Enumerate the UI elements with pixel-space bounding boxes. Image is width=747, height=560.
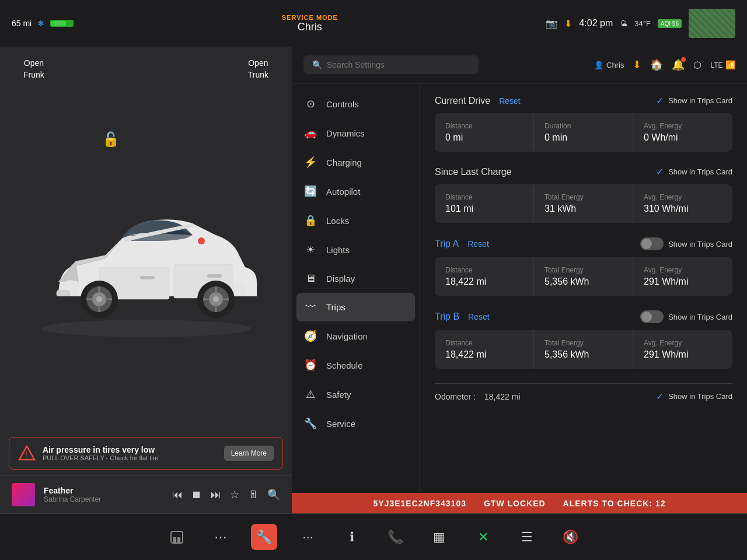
weather-icon: 🌤 [620,19,627,28]
sidebar-item-display[interactable]: 🖥 Display [292,264,420,293]
current-drive-energy-value: 0 Wh/mi [644,132,722,143]
user-icon: 👤 [594,61,603,69]
bluetooth-icon-wrapper[interactable]: ⬡ [693,60,701,71]
more-button[interactable]: ⋯ [207,524,233,550]
svg-point-12 [213,296,219,302]
sidebar-item-lights[interactable]: ☀ Lights [292,235,420,264]
current-drive-reset-button[interactable]: Reset [499,96,521,106]
right-panel: 🔍 👤 Chris ⬇ 🏠 🔔 ⬡ LTE 📶 [292,47,747,513]
trip-a-distance-label: Distance [445,266,523,274]
trip-b-show-trips: Show in Trips Card [640,310,732,323]
dots-button[interactable]: ··· [295,524,321,550]
current-drive-distance-value: 0 mi [445,132,523,143]
sidebar-item-autopilot[interactable]: 🔄 Autopilot [292,177,420,206]
trip-a-reset-button[interactable]: Reset [467,239,489,249]
notification-dot [681,57,686,62]
current-drive-distance-label: Distance [445,122,523,130]
sidebar-item-navigation[interactable]: 🧭 Navigation [292,321,420,351]
trips-content: Current Drive Reset ✓ Show in Trips Card… [420,83,747,513]
sidebar-item-locks[interactable]: 🔒 Locks [292,206,420,235]
left-panel: Open Frunk 🔓 Open Trunk [0,47,292,513]
search-box[interactable]: 🔍 [303,55,479,74]
menu-button[interactable]: ☰ [514,524,540,550]
music-info: Feather Sabrina Carpenter [44,486,163,503]
current-drive-header: Current Drive Reset ✓ Show in Trips Card [435,95,732,106]
trips-icon: 〰 [303,301,317,313]
top-bar-right: 📷 ⬇ 4:02 pm 🌤 34°F AQI 56 [546,9,735,38]
trip-b-show-label: Show in Trips Card [668,313,732,321]
equalizer-button[interactable]: 🎚 [248,489,259,501]
trip-b-reset-button[interactable]: Reset [468,312,490,321]
dynamics-icon: 🚗 [303,127,317,139]
trip-a-toggle[interactable] [640,237,664,250]
trip-a-avg-energy-cell: Avg. Energy 291 Wh/mi [633,257,732,296]
sidebar-item-dynamics[interactable]: 🚗 Dynamics [292,118,420,148]
info-button[interactable]: ℹ [338,524,365,550]
trip-a-energy-cell: Total Energy 5,356 kWh [534,257,633,296]
controls-icon: ⊙ [303,97,317,110]
sidebar-item-safety[interactable]: ⚠ Safety [292,380,420,409]
current-drive-duration-value: 0 min [544,132,622,143]
signal-bars-icon: 📶 [725,60,735,69]
sidebar-item-trips[interactable]: 〰 Trips [296,293,415,321]
close-button[interactable]: ✕ [470,524,496,550]
trip-a-grid: Distance 18,422 mi Total Energy 5,356 kW… [435,257,732,296]
sidebar-item-charging[interactable]: ⚡ Charging [292,148,420,177]
trip-b-distance-value: 18,422 mi [445,349,523,360]
checkmark-icon: ✓ [656,95,664,106]
stop-button[interactable]: ⏹ [191,489,202,501]
open-frunk-button[interactable]: Open Frunk [23,58,44,79]
trunk-label2: Trunk [248,70,268,79]
user-profile[interactable]: 👤 Chris [594,61,624,69]
settings-header: 🔍 👤 Chris ⬇ 🏠 🔔 ⬡ LTE 📶 [292,47,747,83]
svg-rect-26 [177,537,180,543]
settings-content: ⊙ Controls 🚗 Dynamics ⚡ Charging 🔄 Autop… [292,83,747,513]
home-icon-wrapper[interactable]: 🏠 [650,58,663,71]
frunk-label2: Frunk [23,70,44,79]
show-trips-label: Show in Trips Card [668,96,732,105]
service-icon: 🔧 [303,417,317,430]
top-bar-left: 65 mi ❄ [12,19,74,28]
search-input[interactable] [327,60,470,69]
grid-button[interactable]: ▦ [426,524,452,550]
phone-button[interactable]: 📞 [382,524,409,550]
service-label: Service [326,419,355,429]
prev-track-button[interactable]: ⏮ [172,489,183,501]
slc-distance-value: 101 mi [445,204,523,214]
trip-b-avg-energy-value: 291 Wh/mi [644,349,722,360]
dynamics-label: Dynamics [326,128,365,138]
notification-icon-wrapper[interactable]: 🔔 [672,58,685,71]
next-track-button[interactable]: ⏭ [211,489,221,501]
odometer-value: 18,422 mi [484,392,520,401]
download-icon-wrapper[interactable]: ⬇ [633,58,641,71]
music-controls[interactable]: ⏮ ⏹ ⏭ ☆ 🎚 🔍 [172,488,280,501]
home-icon: 🏠 [650,59,663,71]
top-bar-center: SERVICE MODE Chris [74,14,546,33]
music-player: Feather Sabrina Carpenter ⏮ ⏹ ⏭ ☆ 🎚 🔍 [0,475,292,513]
time-display: 4:02 pm [579,18,613,29]
tool-button[interactable]: 🔧 [251,524,277,550]
mute-button[interactable]: 🔇 [557,524,584,550]
top-status-bar: 65 mi ❄ SERVICE MODE Chris 📷 ⬇ 4:02 pm 🌤… [0,0,747,47]
open-trunk-button[interactable]: Open Trunk [248,58,268,79]
sidebar-item-service[interactable]: 🔧 Service [292,409,420,438]
schedule-icon: ⏰ [303,359,317,372]
favorite-button[interactable]: ☆ [230,488,239,501]
current-drive-distance-cell: Distance 0 mi [435,113,534,152]
sidebar-item-schedule[interactable]: ⏰ Schedule [292,351,420,380]
home-bottom-button[interactable] [163,524,190,550]
trip-b-toggle[interactable] [640,310,664,323]
trip-b-distance-cell: Distance 18,422 mi [435,330,534,369]
trips-label: Trips [326,302,345,312]
odometer-row: Odometer : 18,422 mi ✓ Show in Trips Car… [435,383,732,409]
learn-more-button[interactable]: Learn More [224,446,274,461]
checkmark-icon2: ✓ [656,166,664,177]
trip-b-avg-energy-cell: Avg. Energy 291 Wh/mi [633,330,732,369]
aqi-badge: AQI 56 [658,19,682,28]
slc-distance-label: Distance [445,193,523,201]
sidebar-item-controls[interactable]: ⊙ Controls [292,89,420,118]
search-music-button[interactable]: 🔍 [267,488,280,501]
schedule-label: Schedule [326,360,363,370]
vin-display: 5YJ3E1EC2NF343103 [374,499,466,508]
signal-icon-wrapper[interactable]: LTE 📶 [710,60,735,70]
